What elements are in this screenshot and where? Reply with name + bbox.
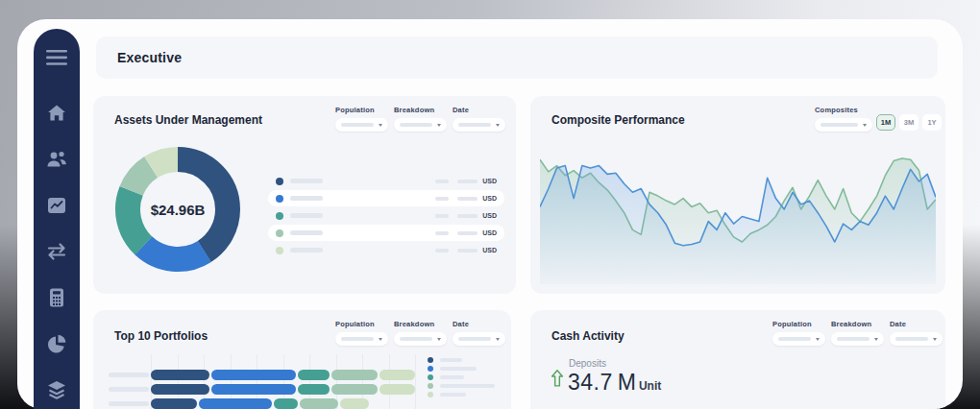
range-button-3m[interactable]: 3M	[899, 114, 919, 131]
filter-select-date[interactable]	[453, 332, 505, 346]
aum-card-title: Assets Under Management	[114, 113, 262, 127]
legend-dot	[276, 212, 283, 220]
card-cash-activity: Cash Activity PopulationBreakdownDate De…	[530, 310, 945, 409]
top10-legend-row	[428, 390, 495, 398]
card-top-10-portfolios: Top 10 Portfolios PopulationBreakdownDat…	[93, 310, 511, 409]
legend-value-skeleton	[435, 249, 449, 253]
transactions-icon[interactable]	[45, 240, 68, 263]
top10-card-title: Top 10 Portfolios	[114, 329, 208, 343]
calculator-icon[interactable]	[45, 286, 68, 309]
aum-legend-row[interactable]: USD	[268, 207, 504, 224]
composites-filter: Composites	[815, 106, 872, 132]
chevron-down-icon	[379, 338, 382, 341]
filter-label-breakdown: Breakdown	[394, 106, 447, 114]
chevron-down-icon	[933, 338, 937, 341]
select-placeholder-skeleton	[458, 337, 491, 341]
deposits-value: 34.7	[568, 370, 613, 396]
select-placeholder-skeleton	[895, 337, 928, 341]
legend-value-skeleton	[457, 180, 478, 183]
top10-legend-row	[428, 364, 495, 373]
legend-value-skeleton	[435, 214, 449, 218]
chevron-down-icon	[863, 124, 867, 127]
legend-currency-label: USD	[482, 229, 497, 236]
legend-currency-label: USD	[482, 195, 497, 202]
filter-select-date[interactable]	[453, 118, 505, 132]
legend-name-skeleton	[440, 375, 464, 379]
allocation-pie-icon[interactable]	[45, 332, 68, 355]
filter-label-population: Population	[772, 320, 825, 328]
legend-name-skeleton	[440, 384, 495, 388]
filter-select-breakdown[interactable]	[394, 332, 447, 346]
bar-segment-0	[151, 398, 197, 409]
filter-select-date[interactable]	[890, 332, 943, 346]
range-button-group: 1M3M1Y	[876, 114, 942, 131]
top10-legend-row	[428, 355, 495, 364]
composite-blue-area	[540, 166, 936, 284]
legend-name-skeleton	[290, 179, 323, 183]
filter-date: Date	[453, 106, 505, 132]
aum-filters: PopulationBreakdownDate	[335, 106, 505, 132]
portfolio-bar-row[interactable]	[151, 370, 415, 380]
aum-legend-row[interactable]: USD	[268, 173, 504, 189]
composite-filters: Composites	[815, 106, 872, 132]
legend-name-skeleton	[290, 213, 323, 218]
bar-segment-3	[300, 398, 338, 409]
bar-segment-2	[298, 384, 330, 395]
portfolio-bar-row[interactable]	[151, 384, 415, 395]
filter-population: Population	[335, 106, 388, 132]
legend-dot	[428, 374, 433, 380]
range-button-1y[interactable]: 1Y	[922, 114, 942, 131]
filter-select-population[interactable]	[335, 332, 388, 346]
home-icon[interactable]	[45, 102, 68, 125]
bar-row-label-skeleton	[109, 373, 149, 377]
aum-legend-row[interactable]: USD	[268, 190, 504, 206]
aum-donut-chart: $24.96B	[110, 142, 245, 277]
filter-label-date: Date	[453, 320, 505, 328]
legend-currency-label: USD	[482, 247, 497, 253]
menu-icon[interactable]	[45, 46, 68, 69]
bar-segment-1	[199, 398, 272, 409]
aum-legend-row[interactable]: USD	[268, 242, 504, 258]
clients-icon[interactable]	[45, 148, 68, 171]
legend-dot	[276, 178, 283, 185]
filter-select-breakdown[interactable]	[831, 332, 884, 346]
legend-dot	[276, 229, 283, 237]
deposits-value-row: 34.7 M Unit	[568, 370, 661, 396]
filter-select-breakdown[interactable]	[394, 118, 447, 132]
legend-name-skeleton	[440, 358, 462, 362]
filter-label-date: Date	[453, 106, 505, 114]
legend-name-skeleton	[290, 196, 323, 201]
legend-name-skeleton	[290, 230, 323, 235]
bar-segment-4	[380, 370, 415, 380]
sidebar-nav	[34, 29, 80, 409]
select-placeholder-skeleton	[458, 123, 491, 127]
select-placeholder-skeleton	[341, 337, 374, 341]
chevron-down-icon	[874, 338, 878, 341]
top10-legend-row	[428, 373, 495, 381]
bar-segment-1	[211, 384, 296, 395]
legend-value-skeleton	[435, 180, 449, 183]
range-button-1m[interactable]: 1M	[876, 114, 895, 131]
deposits-unit: Unit	[639, 379, 661, 393]
performance-icon[interactable]	[45, 194, 68, 217]
filter-select-population[interactable]	[772, 332, 825, 346]
deposits-label: Deposits	[569, 358, 606, 369]
arrow-up-icon	[549, 368, 566, 389]
legend-value-skeleton	[457, 197, 478, 201]
legend-value-skeleton	[457, 231, 478, 235]
page-title: Executive	[117, 50, 182, 65]
filter-date: Date	[453, 320, 505, 346]
holdings-layers-icon[interactable]	[45, 378, 68, 401]
select-placeholder-skeleton	[400, 123, 432, 127]
select-placeholder-skeleton	[778, 337, 811, 341]
legend-value-skeleton	[457, 249, 478, 253]
filter-label-breakdown: Breakdown	[394, 320, 447, 328]
aum-legend: USDUSDUSDUSDUSD	[268, 173, 504, 259]
filter-breakdown: Breakdown	[831, 320, 884, 346]
composites-select[interactable]	[815, 118, 872, 132]
filter-select-population[interactable]	[335, 118, 388, 132]
portfolio-bar-row[interactable]	[151, 398, 369, 409]
legend-value-skeleton	[435, 231, 449, 235]
aum-legend-row[interactable]: USD	[268, 225, 504, 241]
legend-name-skeleton	[290, 248, 323, 253]
